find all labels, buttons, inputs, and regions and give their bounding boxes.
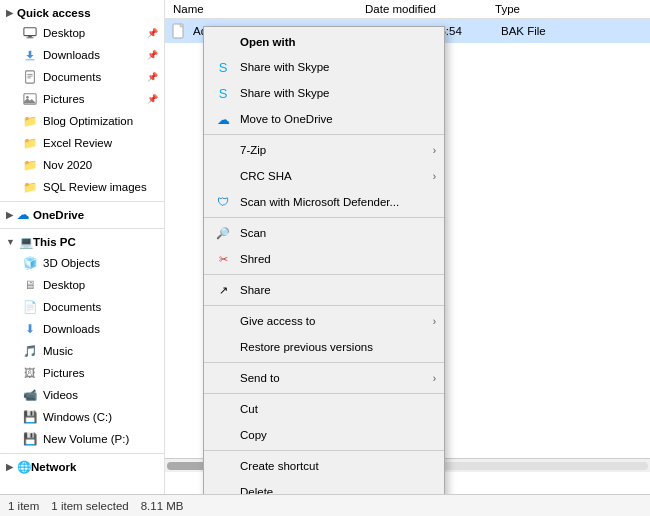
defender-icon: 🛡: [214, 193, 232, 211]
sidebar-label-sql: SQL Review images: [43, 181, 147, 193]
scan-icon: 🔎: [214, 224, 232, 242]
give-access-icon: [214, 312, 232, 330]
sidebar-label-documents-pc: Documents: [43, 301, 101, 313]
pictures-icon: [22, 91, 38, 107]
separator-4: [204, 305, 444, 306]
ctx-scan-label: Scan: [240, 227, 266, 239]
sidebar-label-windows-c: Windows (C:): [43, 411, 112, 423]
ctx-crc-label: CRC SHA: [240, 170, 292, 182]
sidebar-item-documents-quick[interactable]: Documents 📌: [0, 66, 164, 88]
cut-icon: [214, 400, 232, 418]
sidebar-item-downloads-quick[interactable]: Downloads 📌: [0, 44, 164, 66]
sidebar-item-desktop-quick[interactable]: Desktop 📌: [0, 22, 164, 44]
sidebar-item-pictures-pc[interactable]: 🖼 Pictures: [0, 362, 164, 384]
sidebar-item-sql[interactable]: 📁 SQL Review images: [0, 176, 164, 198]
ctx-7zip[interactable]: 7-Zip ›: [204, 137, 444, 163]
documents-pc-icon: 📄: [22, 299, 38, 315]
sidebar-item-blog[interactable]: 📁 Blog Optimization: [0, 110, 164, 132]
col-type-header: Type: [495, 3, 595, 15]
ctx-send-to[interactable]: Send to ›: [204, 365, 444, 391]
ctx-share-skype-1[interactable]: S Share with Skype: [204, 54, 444, 80]
sidebar-thispc-header[interactable]: ▼ 💻 This PC: [0, 232, 164, 252]
svg-rect-2: [27, 37, 34, 38]
3dobjects-icon: 🧊: [22, 255, 38, 271]
arrow-7zip: ›: [433, 145, 436, 156]
sidebar-label-desktop-quick: Desktop: [43, 27, 85, 39]
chevron-onedrive-icon: ▶: [6, 210, 13, 220]
ctx-restore-versions-label: Restore previous versions: [240, 341, 373, 353]
chevron-network-icon: ▶: [6, 462, 13, 472]
sidebar-label-desktop-pc: Desktop: [43, 279, 85, 291]
svg-rect-1: [28, 36, 32, 38]
sidebar: ▶ Quick access Desktop 📌 Downloads 📌 Doc…: [0, 0, 165, 494]
ctx-open-with-label: Open with: [240, 36, 296, 48]
ctx-cut[interactable]: Cut: [204, 396, 444, 422]
7zip-icon: [214, 141, 232, 159]
pin-icon-4: 📌: [147, 94, 158, 104]
chevron-thispc-icon: ▼: [6, 237, 15, 247]
sidebar-item-windows-c[interactable]: 💾 Windows (C:): [0, 406, 164, 428]
new-volume-icon: 💾: [22, 431, 38, 447]
chevron-icon: ▶: [6, 8, 13, 18]
folder-excel-icon: 📁: [22, 135, 38, 151]
separator-2: [204, 217, 444, 218]
divider-2: [0, 228, 164, 229]
ctx-copy[interactable]: Copy: [204, 422, 444, 448]
ctx-move-onedrive[interactable]: ☁ Move to OneDrive: [204, 106, 444, 132]
sidebar-item-excel[interactable]: 📁 Excel Review: [0, 132, 164, 154]
separator-3: [204, 274, 444, 275]
crc-icon: [214, 167, 232, 185]
sidebar-network-header[interactable]: ▶ 🌐 Network: [0, 457, 164, 477]
separator-1: [204, 134, 444, 135]
sidebar-item-3dobjects[interactable]: 🧊 3D Objects: [0, 252, 164, 274]
ctx-crc[interactable]: CRC SHA ›: [204, 163, 444, 189]
ctx-move-onedrive-label: Move to OneDrive: [240, 113, 333, 125]
pin-icon-2: 📌: [147, 50, 158, 60]
sidebar-label-downloads-pc: Downloads: [43, 323, 100, 335]
sidebar-label-documents-quick: Documents: [43, 71, 101, 83]
sidebar-label-blog: Blog Optimization: [43, 115, 133, 127]
sidebar-item-videos[interactable]: 📹 Videos: [0, 384, 164, 406]
ctx-shred[interactable]: ✂ Shred: [204, 246, 444, 272]
folder-blog-icon: 📁: [22, 113, 38, 129]
sidebar-onedrive-header[interactable]: ▶ ☁ OneDrive: [0, 205, 164, 225]
delete-icon: [214, 483, 232, 494]
sidebar-quickaccess-header[interactable]: ▶ Quick access: [0, 4, 164, 22]
sidebar-item-documents-pc[interactable]: 📄 Documents: [0, 296, 164, 318]
col-name-header: Name: [165, 3, 365, 15]
status-bar: 1 item 1 item selected 8.11 MB: [0, 494, 650, 516]
ctx-delete[interactable]: Delete: [204, 479, 444, 494]
sidebar-item-downloads-pc[interactable]: ⬇ Downloads: [0, 318, 164, 340]
downloads-pc-icon: ⬇: [22, 321, 38, 337]
ctx-share-skype-2[interactable]: S Share with Skype: [204, 80, 444, 106]
pictures-pc-icon: 🖼: [22, 365, 38, 381]
ctx-create-shortcut[interactable]: Create shortcut: [204, 453, 444, 479]
ctx-share-label: Share: [240, 284, 271, 296]
arrow-crc: ›: [433, 171, 436, 182]
sidebar-item-nov2020[interactable]: 📁 Nov 2020: [0, 154, 164, 176]
ctx-create-shortcut-label: Create shortcut: [240, 460, 319, 472]
ctx-open-with[interactable]: Open with: [204, 29, 444, 54]
ctx-scan[interactable]: 🔎 Scan: [204, 220, 444, 246]
ctx-copy-label: Copy: [240, 429, 267, 441]
divider-1: [0, 201, 164, 202]
pin-icon: 📌: [147, 28, 158, 38]
sidebar-item-desktop-pc[interactable]: 🖥 Desktop: [0, 274, 164, 296]
sidebar-item-pictures-quick[interactable]: Pictures 📌: [0, 88, 164, 110]
folder-sql-icon: 📁: [22, 179, 38, 195]
ctx-restore-versions[interactable]: Restore previous versions: [204, 334, 444, 360]
sidebar-label-videos: Videos: [43, 389, 78, 401]
ctx-give-access[interactable]: Give access to ›: [204, 308, 444, 334]
onedrive-icon: ☁: [214, 110, 232, 128]
sidebar-label-3dobjects: 3D Objects: [43, 257, 100, 269]
status-selected: 1 item selected: [51, 500, 128, 512]
shortcut-icon: [214, 457, 232, 475]
ctx-shred-label: Shred: [240, 253, 271, 265]
sidebar-item-music[interactable]: 🎵 Music: [0, 340, 164, 362]
ctx-share[interactable]: ↗ Share: [204, 277, 444, 303]
ctx-scan-defender[interactable]: 🛡 Scan with Microsoft Defender...: [204, 189, 444, 215]
status-size: 8.11 MB: [141, 500, 184, 512]
sidebar-item-new-volume[interactable]: 💾 New Volume (P:): [0, 428, 164, 450]
pin-icon-3: 📌: [147, 72, 158, 82]
ctx-send-to-label: Send to: [240, 372, 280, 384]
